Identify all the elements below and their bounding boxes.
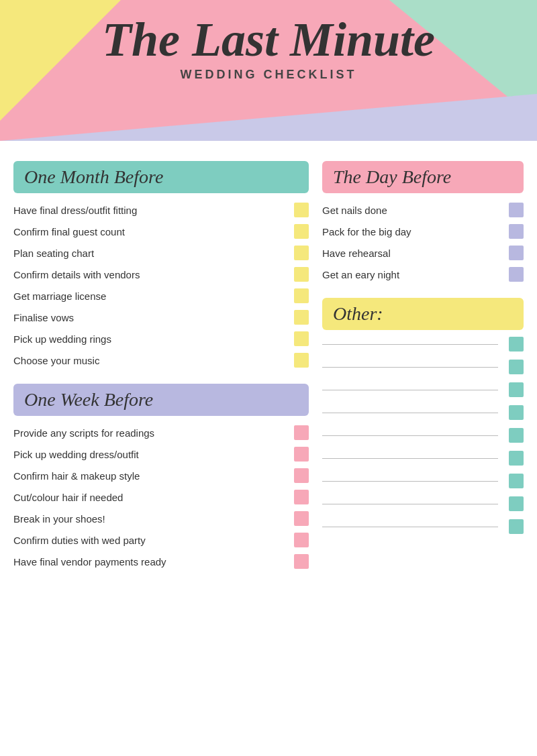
checkbox-yellow[interactable]: [294, 224, 309, 239]
one-week-item: Provide any scripts for readings: [13, 423, 309, 443]
other-line: [322, 413, 498, 413]
other-lines: [322, 337, 524, 534]
checkbox-lavender[interactable]: [509, 203, 524, 217]
checkbox-teal[interactable]: [509, 519, 524, 534]
checklist-item-text: Plan seating chart: [13, 248, 289, 259]
checkbox-teal[interactable]: [509, 337, 524, 352]
other-line: [322, 527, 498, 527]
subtitle: WEDDING CHECKLIST: [0, 68, 537, 82]
day-before-item: Get nails done: [322, 200, 524, 220]
checkbox-yellow[interactable]: [294, 246, 309, 260]
other-line-row: [322, 382, 524, 397]
checklist-item-text: Confirm final guest count: [13, 226, 289, 237]
one-week-item: Confirm hair & makeup style: [13, 466, 309, 486]
checkbox-teal[interactable]: [509, 451, 524, 466]
checkbox-pink[interactable]: [294, 468, 309, 483]
checkbox-lavender[interactable]: [509, 224, 524, 239]
checkbox-yellow[interactable]: [294, 203, 309, 217]
checkbox-pink[interactable]: [294, 425, 309, 440]
other-line-row: [322, 337, 524, 352]
checkbox-pink[interactable]: [294, 554, 309, 569]
checkbox-yellow[interactable]: [294, 288, 309, 303]
checkbox-yellow[interactable]: [294, 310, 309, 325]
checkbox-teal[interactable]: [509, 382, 524, 397]
one-month-item: Choose your music: [13, 350, 309, 370]
other-line: [322, 367, 498, 368]
checkbox-lavender[interactable]: [509, 246, 524, 260]
main-title: The Last Minute: [0, 13, 537, 66]
checkbox-teal[interactable]: [509, 360, 524, 374]
checkbox-teal[interactable]: [509, 428, 524, 443]
other-section: Other:: [322, 298, 524, 534]
checklist-item-text: Get marriage license: [13, 290, 289, 302]
one-month-list: Have final dress/outfit fitting Confirm …: [13, 200, 309, 370]
other-line-row: [322, 451, 524, 466]
one-week-label: One Week Before: [24, 389, 153, 411]
other-line: [322, 390, 498, 390]
day-before-section: The Day Before Get nails done Pack for t…: [322, 161, 524, 284]
checklist-item-text: Pick up wedding rings: [13, 333, 289, 345]
one-week-item: Break in your shoes!: [13, 508, 309, 529]
header-lavender-triangle: [0, 94, 537, 141]
checklist-item-text: Cut/colour hair if needed: [13, 492, 289, 503]
other-line-row: [322, 405, 524, 420]
other-line: [322, 344, 498, 345]
checklist-item-text: Provide any scripts for readings: [13, 427, 289, 439]
other-line-row: [322, 360, 524, 374]
one-month-item: Plan seating chart: [13, 243, 309, 263]
one-week-item: Confirm duties with wed party: [13, 530, 309, 550]
main-content: One Month Before Have final dress/outfit…: [0, 148, 537, 586]
right-column: The Day Before Get nails done Pack for t…: [322, 161, 524, 573]
checkbox-yellow[interactable]: [294, 331, 309, 346]
checkbox-yellow[interactable]: [294, 353, 309, 368]
checklist-item-text: Have rehearsal: [322, 248, 503, 259]
checkbox-pink[interactable]: [294, 490, 309, 504]
one-week-header: One Week Before: [13, 384, 309, 416]
other-line: [322, 481, 498, 482]
day-before-header: The Day Before: [322, 161, 524, 193]
one-week-item: Cut/colour hair if needed: [13, 487, 309, 507]
checklist-item-text: Pick up wedding dress/outfit: [13, 449, 289, 460]
day-before-item: Get an eary night: [322, 264, 524, 284]
one-month-header: One Month Before: [13, 161, 309, 193]
checklist-item-text: Get an eary night: [322, 269, 503, 280]
other-line-row: [322, 519, 524, 534]
checklist-item-text: Have final dress/outfit fitting: [13, 205, 289, 216]
checkbox-teal[interactable]: [509, 405, 524, 420]
checkbox-teal[interactable]: [509, 474, 524, 488]
one-month-item: Finalise vows: [13, 307, 309, 327]
checkbox-lavender[interactable]: [509, 267, 524, 282]
checklist-item-text: Confirm hair & makeup style: [13, 470, 289, 482]
other-header: Other:: [322, 298, 524, 330]
checkbox-teal[interactable]: [509, 496, 524, 511]
other-line: [322, 504, 498, 504]
header: The Last Minute WEDDING CHECKLIST: [0, 0, 537, 141]
checklist-item-text: Pack for the big day: [322, 226, 503, 237]
other-line-row: [322, 428, 524, 443]
other-line: [322, 435, 498, 436]
checklist-item-text: Confirm details with vendors: [13, 269, 289, 280]
checkbox-yellow[interactable]: [294, 267, 309, 282]
other-line-row: [322, 496, 524, 511]
checklist-item-text: Choose your music: [13, 355, 289, 366]
checkbox-pink[interactable]: [294, 533, 309, 547]
checkbox-pink[interactable]: [294, 447, 309, 462]
checklist-item-text: Get nails done: [322, 205, 503, 216]
one-month-item: Get marriage license: [13, 286, 309, 306]
one-month-item: Confirm final guest count: [13, 221, 309, 241]
one-month-item: Confirm details with vendors: [13, 264, 309, 284]
header-title-block: The Last Minute WEDDING CHECKLIST: [0, 13, 537, 82]
day-before-list: Get nails done Pack for the big day Have…: [322, 200, 524, 284]
checklist-item-text: Have final vendor payments ready: [13, 556, 289, 568]
other-line-row: [322, 474, 524, 488]
one-month-label: One Month Before: [24, 166, 163, 188]
checklist-item-text: Confirm duties with wed party: [13, 535, 289, 546]
day-before-item: Pack for the big day: [322, 221, 524, 241]
one-week-list: Provide any scripts for readings Pick up…: [13, 423, 309, 572]
one-month-item: Have final dress/outfit fitting: [13, 200, 309, 220]
checklist-item-text: Break in your shoes!: [13, 513, 289, 525]
day-before-label: The Day Before: [333, 166, 451, 188]
other-label: Other:: [333, 303, 383, 325]
checkbox-pink[interactable]: [294, 511, 309, 526]
checklist-item-text: Finalise vows: [13, 312, 289, 323]
